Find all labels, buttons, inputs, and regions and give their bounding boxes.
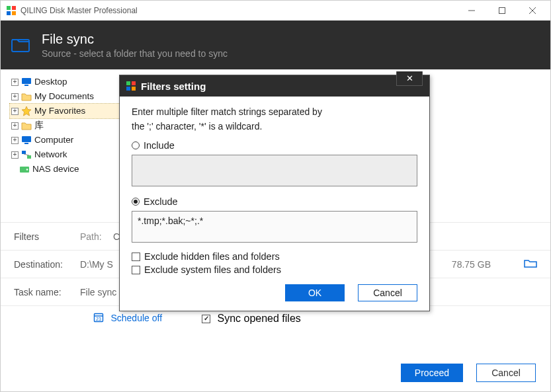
expand-icon[interactable]: +	[11, 151, 19, 159]
svg-rect-21	[126, 81, 130, 85]
exclude-system-label: Exclude system files and folders	[144, 264, 281, 275]
checkbox-icon	[202, 315, 210, 323]
exclude-system-checkbox[interactable]: Exclude system files and folders	[132, 264, 417, 275]
svg-rect-11	[22, 136, 31, 142]
tree-node-favorites[interactable]: + My Favorites	[10, 104, 129, 118]
include-input[interactable]	[132, 155, 417, 186]
dialog-close-button[interactable]: ✕	[396, 71, 423, 86]
dialog-titlebar: Filters setting	[120, 75, 429, 97]
window-title: QILING Disk Master Professional	[21, 6, 138, 15]
include-label: Include	[144, 140, 175, 151]
checkbox-icon	[132, 253, 140, 261]
calendar-icon: 23	[93, 312, 104, 325]
destination-free-space: 78.75 GB	[452, 259, 517, 270]
folder-icon	[21, 92, 32, 101]
maximize-button[interactable]	[487, 1, 517, 20]
exclude-hidden-checkbox[interactable]: Exclude hidden files and folders	[132, 251, 417, 262]
svg-rect-10	[24, 85, 28, 86]
checkbox-icon	[132, 266, 140, 274]
exclude-label: Exclude	[144, 196, 178, 207]
tree-label: Computer	[34, 133, 73, 147]
tree-label: My Documents	[34, 89, 94, 104]
svg-rect-0	[7, 6, 11, 10]
schedule-link[interactable]: 23 Schedule off	[93, 312, 162, 325]
svg-rect-5	[499, 8, 505, 14]
tree-label: Desktop	[34, 75, 67, 89]
svg-rect-22	[132, 81, 136, 85]
sync-opened-label: Sync opened files	[218, 313, 301, 324]
expand-icon[interactable]: +	[11, 122, 19, 130]
destination-value: D:\My S	[80, 259, 113, 270]
browse-destination-icon[interactable]	[524, 258, 537, 270]
dialog-title: Filters setting	[141, 81, 206, 92]
star-icon	[21, 106, 32, 116]
svg-rect-23	[126, 87, 130, 91]
ok-button[interactable]: OK	[285, 284, 345, 301]
radio-icon	[132, 141, 140, 149]
dialog-cancel-button[interactable]: Cancel	[358, 284, 417, 301]
tree-node-network[interactable]: + Network	[10, 147, 129, 162]
folder-tree: + Desktop + My Documents + My Favorites …	[10, 75, 129, 176]
tree-node-documents[interactable]: + My Documents	[10, 89, 129, 104]
taskname-label: Task name:	[14, 287, 80, 297]
include-radio[interactable]: Include	[132, 140, 417, 151]
tree-label: Network	[34, 147, 67, 162]
destination-label: Destination:	[14, 259, 80, 270]
folder-icon	[21, 121, 32, 130]
svg-point-17	[26, 169, 28, 171]
exclude-hidden-label: Exclude hidden files and folders	[144, 251, 280, 262]
page-title: File sync	[42, 32, 228, 47]
dialog-intro-line1: Enter multiple filter match strings sepa…	[132, 104, 417, 119]
tree-label: NAS device	[32, 162, 79, 176]
dialog-intro: Enter multiple filter match strings sepa…	[132, 104, 417, 134]
expand-icon[interactable]: +	[11, 79, 19, 86]
svg-rect-1	[12, 6, 16, 10]
main-action-buttons: Proceed Cancel	[401, 364, 536, 382]
filters-dialog: ✕ Filters setting Enter multiple filter …	[119, 75, 430, 311]
page-header: File sync Source - select a folder that …	[1, 20, 550, 69]
dialog-intro-line2: the ';' character, '*' is a wildcard.	[132, 119, 417, 134]
svg-rect-9	[22, 78, 31, 84]
tree-node-desktop[interactable]: + Desktop	[10, 75, 129, 89]
sync-folder-icon	[11, 37, 31, 53]
exclude-input[interactable]	[132, 211, 417, 243]
app-icon	[6, 5, 17, 16]
minimize-button[interactable]	[456, 1, 487, 20]
svg-rect-12	[24, 143, 28, 144]
svg-rect-13	[22, 151, 26, 154]
monitor-icon	[21, 136, 32, 145]
expand-icon[interactable]: +	[11, 93, 19, 100]
close-button[interactable]	[517, 1, 548, 20]
svg-rect-24	[132, 87, 136, 91]
svg-rect-2	[7, 11, 11, 15]
nas-icon	[19, 165, 30, 174]
proceed-button[interactable]: Proceed	[401, 364, 463, 382]
window-titlebar: QILING Disk Master Professional	[1, 1, 550, 20]
path-label: Path:	[80, 231, 113, 242]
page-subtitle: Source - select a folder that you need t…	[42, 48, 228, 59]
svg-rect-3	[12, 11, 16, 15]
svg-rect-14	[27, 155, 31, 159]
network-icon	[21, 150, 32, 159]
sync-opened-checkbox[interactable]: Sync opened files	[202, 313, 301, 325]
exclude-radio[interactable]: Exclude	[132, 196, 417, 207]
taskname-value[interactable]: File sync	[80, 287, 116, 297]
dialog-buttons: OK Cancel	[132, 284, 417, 301]
cancel-button[interactable]: Cancel	[476, 364, 536, 382]
svg-line-15	[24, 154, 29, 155]
tree-node-computer[interactable]: + Computer	[10, 133, 129, 147]
tree-node-nas[interactable]: NAS device	[10, 162, 129, 176]
monitor-icon	[21, 77, 32, 87]
app-icon	[126, 81, 136, 91]
tree-label: My Favorites	[34, 104, 85, 118]
radio-icon	[132, 198, 140, 206]
tree-node-library[interactable]: + 库	[10, 118, 129, 133]
svg-text:23: 23	[96, 317, 101, 321]
expand-icon[interactable]: +	[11, 137, 19, 144]
filters-link[interactable]: Filters	[14, 231, 80, 242]
expand-icon[interactable]: +	[11, 108, 19, 115]
tree-label: 库	[34, 118, 44, 133]
schedule-label: Schedule off	[110, 313, 162, 323]
